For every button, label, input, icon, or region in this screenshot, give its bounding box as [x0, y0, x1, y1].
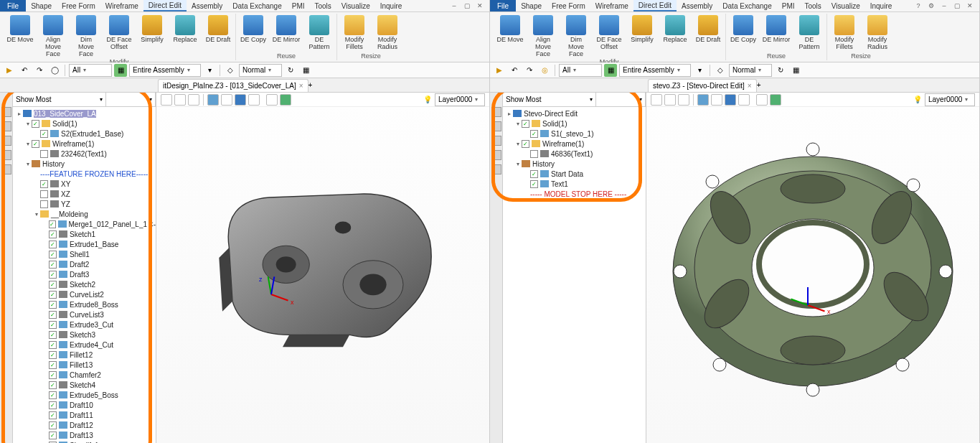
tree-node[interactable]: ✓Text1 [503, 179, 646, 189]
ribbon-simplify[interactable]: Simplify [628, 15, 656, 43]
tree-node[interactable]: ▸Stevo-Direct Edit [503, 108, 646, 118]
view-front-icon[interactable] [174, 94, 186, 106]
circle-select-icon[interactable]: ◯ [48, 64, 61, 77]
menu-direct-edit[interactable]: Direct Edit [633, 0, 677, 11]
minimize-icon[interactable]: – [939, 1, 949, 10]
view-iso-icon[interactable] [651, 94, 662, 106]
tree-node[interactable]: ✓Draft13 [13, 430, 156, 440]
restore-icon[interactable]: ▢ [952, 1, 962, 10]
tree-node[interactable]: XZ [13, 189, 156, 199]
filter-icon[interactable]: ▦ [114, 64, 127, 77]
ribbon-de-move[interactable]: DE Move [6, 15, 34, 43]
mode-dropdown[interactable]: Normal [239, 64, 282, 77]
tree-node[interactable]: ✓S1(_stevo_1) [503, 129, 646, 139]
minimize-icon[interactable]: – [449, 1, 459, 10]
redo-icon[interactable]: ↷ [33, 64, 46, 77]
filter-icon[interactable]: ▦ [604, 64, 617, 77]
ribbon-de-face-offset[interactable]: DE Face Offset [595, 15, 623, 50]
tree-node[interactable]: ✓S2(Extrude1_Base) [13, 129, 156, 139]
tree-node[interactable]: ✓Draft12 [13, 420, 156, 430]
menu-direct-edit[interactable]: Direct Edit [143, 0, 187, 11]
close-tab-icon[interactable]: × [748, 82, 752, 90]
assembly-dropdown[interactable]: Entire Assembly [129, 64, 201, 77]
ribbon-de-mirror[interactable]: DE Mirror [762, 15, 791, 43]
bg-icon[interactable] [770, 94, 781, 106]
tree-node[interactable]: ✓Sketch3 [13, 330, 156, 340]
ribbon-de-mirror[interactable]: DE Mirror [272, 15, 301, 43]
tree-node[interactable]: ▾__Moldeing [13, 209, 156, 219]
tree-node[interactable]: ✓Shell1 [13, 249, 156, 259]
undo-icon[interactable]: ↶ [508, 64, 521, 77]
ribbon-de-pattern[interactable]: DE Pattern [795, 15, 824, 50]
tree-node[interactable]: ✓CurveList2 [13, 289, 156, 299]
mode-dropdown[interactable]: Normal [729, 64, 772, 77]
document-tab[interactable]: itDesign_PlaIne.Z3 - [013_SideCover_LA] … [158, 79, 308, 92]
menu-pmi[interactable]: PMI [287, 0, 310, 11]
tree-node[interactable]: YZ [13, 199, 156, 209]
grid-toggle-icon[interactable] [266, 94, 278, 106]
rail-btn-1[interactable] [491, 107, 501, 117]
view-rotate-icon[interactable] [678, 94, 689, 106]
rail-btn-2[interactable] [1, 121, 11, 131]
restore-icon[interactable]: ▢ [462, 1, 472, 10]
bg-icon[interactable] [280, 94, 291, 106]
ribbon-de-face-offset[interactable]: DE Face Offset [105, 15, 133, 50]
tree-node[interactable]: ✓Extrude1_Base [13, 239, 156, 249]
ribbon-modify-fillets[interactable]: Modify Fillets [830, 15, 859, 50]
tree-filter-dropdown[interactable] [596, 93, 646, 106]
wireframe-icon[interactable] [711, 94, 722, 106]
new-tab-icon[interactable]: + [757, 81, 761, 89]
show-mode-dropdown[interactable]: Show Most [503, 93, 596, 106]
menu-data-exchange[interactable]: Data Exchange [227, 0, 286, 11]
file-menu[interactable]: File [490, 0, 516, 11]
refresh-icon[interactable]: ↻ [284, 64, 297, 77]
ribbon-replace[interactable]: Replace [171, 15, 199, 43]
section-icon[interactable] [235, 94, 246, 106]
filter2-icon[interactable]: ▾ [203, 64, 216, 77]
tree-node[interactable]: ▾History [503, 159, 646, 169]
menu-assembly[interactable]: Assembly [677, 0, 717, 11]
rail-btn-4[interactable] [491, 150, 501, 160]
file-menu[interactable]: File [0, 0, 26, 11]
menu-shape[interactable]: Shape [516, 0, 547, 11]
tree-node[interactable]: ✓Start Data [503, 169, 646, 179]
view-icon[interactable]: ◇ [224, 64, 237, 77]
ribbon-de-pattern[interactable]: DE Pattern [305, 15, 334, 50]
tree-node[interactable]: ✓Chamfer2 [13, 370, 156, 380]
menu-assembly[interactable]: Assembly [187, 0, 227, 11]
undo-icon[interactable]: ↶ [18, 64, 31, 77]
viewport-3d[interactable]: 💡 Layer0000 [156, 93, 489, 443]
ribbon-modify-radius[interactable]: Modify Radius [373, 15, 402, 50]
rail-btn-3[interactable] [491, 136, 501, 146]
menu-tools[interactable]: Tools [310, 0, 336, 11]
tree-node[interactable]: 46836(Text1) [503, 149, 646, 159]
ribbon-de-draft[interactable]: DE Draft [204, 15, 232, 43]
menu-inquire[interactable]: Inquire [865, 0, 897, 11]
tree-node[interactable]: ✓Extrude5_Boss [13, 390, 156, 400]
redo-icon[interactable]: ↷ [523, 64, 536, 77]
menu-visualize[interactable]: Visualize [826, 0, 865, 11]
ribbon-align-move-face[interactable]: Align Move Face [529, 15, 557, 57]
tree-node[interactable]: ✓CurveList3 [13, 309, 156, 320]
assembly-dropdown[interactable]: Entire Assembly [619, 64, 691, 77]
feature-tree[interactable]: ▸013_SideCover_LA▾✓Solid(1)✓S2(Extrude1_… [13, 107, 156, 443]
tree-node[interactable]: ✓Sketch4 [13, 380, 156, 390]
tree-node[interactable]: ▾✓Solid(1) [13, 118, 156, 129]
ribbon-de-copy[interactable]: DE Copy [239, 15, 268, 43]
grid-toggle-icon[interactable] [756, 94, 768, 106]
layer-dropdown[interactable]: Layer0000 [925, 93, 975, 106]
new-tab-icon[interactable]: + [308, 81, 313, 89]
ribbon-modify-fillets[interactable]: Modify Fillets [340, 15, 369, 50]
rail-btn-5[interactable] [491, 164, 501, 174]
ribbon-de-draft[interactable]: DE Draft [694, 15, 722, 43]
tree-node[interactable]: ▾✓Wireframe(1) [13, 139, 156, 149]
ribbon-dim-move-face[interactable]: Dim Move Face [562, 15, 590, 57]
rail-btn-3[interactable] [1, 136, 11, 146]
tree-node[interactable]: ✓Simplify1 [13, 440, 156, 443]
tree-node[interactable]: ▾✓Wireframe(1) [503, 139, 646, 149]
menu-tools[interactable]: Tools [800, 0, 826, 11]
feature-tree[interactable]: ▸Stevo-Direct Edit▾✓Solid(1)✓S1(_stevo_1… [503, 107, 646, 443]
ribbon-de-copy[interactable]: DE Copy [729, 15, 758, 43]
wireframe-icon[interactable] [221, 94, 232, 106]
rail-btn-1[interactable] [1, 107, 11, 117]
